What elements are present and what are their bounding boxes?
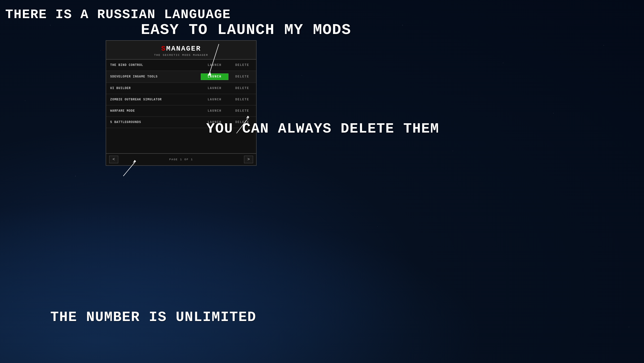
panel-subtitle: THE SECRETIC MODS MANAGER xyxy=(106,54,256,57)
mod-list: THE BIND CONTROL LAUNCH DELETE SDEVELOPE… xyxy=(106,60,256,128)
delete-button-3[interactable]: DELETE xyxy=(228,85,256,91)
mod-delete-cell-1: DELETE xyxy=(228,60,256,71)
mod-name-4: ZOMBIE OUTBREAK SIMULATOR xyxy=(106,94,201,105)
launch-button-5[interactable]: LAUNCH xyxy=(201,108,228,114)
annotation-russian: THERE IS A RUSSIAN LANGUAGE xyxy=(5,7,231,22)
mod-delete-cell-3: DELETE xyxy=(228,83,256,94)
launch-button-1[interactable]: LAUNCH xyxy=(201,62,228,68)
prev-page-button[interactable]: < xyxy=(109,156,118,163)
background xyxy=(0,0,644,363)
panel-title: SMANAGER xyxy=(106,45,256,53)
mod-launch-cell-3: LAUNCH xyxy=(201,83,228,94)
title-s-letter: S xyxy=(161,45,166,53)
panel-header: SMANAGER THE SECRETIC MODS MANAGER xyxy=(106,41,256,60)
mod-row-5: WARFARE MODE LAUNCH DELETE xyxy=(106,105,256,117)
mod-row-4: ZOMBIE OUTBREAK SIMULATOR LAUNCH DELETE xyxy=(106,94,256,105)
title-main: MANAGER xyxy=(166,45,201,53)
launch-button-2[interactable]: LAUNCH xyxy=(201,73,228,80)
mod-delete-cell-4: DELETE xyxy=(228,94,256,105)
panel-container: SMANAGER THE SECRETIC MODS MANAGER THE B… xyxy=(106,40,257,166)
delete-button-4[interactable]: DELETE xyxy=(228,97,256,103)
mod-name-2: SDEVELOPER INGAME TOOLS xyxy=(106,71,201,82)
mod-name-3: UI BUILDER xyxy=(106,83,201,94)
mod-launch-cell-2: LAUNCH xyxy=(201,71,228,83)
annotation-number-unlimited: THE NUMBER IS UNLIMITED xyxy=(50,309,256,325)
mod-row-3: UI BUILDER LAUNCH DELETE xyxy=(106,83,256,94)
mod-name-5: WARFARE MODE xyxy=(106,106,201,116)
smanager-panel: SMANAGER THE SECRETIC MODS MANAGER THE B… xyxy=(106,40,257,166)
mod-launch-cell-5: LAUNCH xyxy=(201,105,228,116)
delete-button-5[interactable]: DELETE xyxy=(228,108,256,114)
mod-row-2: SDEVELOPER INGAME TOOLS LAUNCH DELETE xyxy=(106,71,256,83)
mod-delete-cell-2: DELETE xyxy=(228,71,256,82)
panel-footer: < PAGE 1 OF 1 > xyxy=(106,153,256,165)
mod-delete-cell-5: DELETE xyxy=(228,105,256,116)
next-page-button[interactable]: > xyxy=(244,156,253,163)
launch-button-3[interactable]: LAUNCH xyxy=(201,85,228,91)
delete-button-2[interactable]: DELETE xyxy=(228,74,256,80)
annotation-easy-launch: EASY TO LAUNCH MY MODS xyxy=(141,21,351,38)
mod-name-1: THE BIND CONTROL xyxy=(106,60,201,70)
annotation-delete-them: YOU CAN ALWAYS DELETE THEM xyxy=(206,121,439,137)
page-info: PAGE 1 OF 1 xyxy=(169,158,193,161)
mod-launch-cell-4: LAUNCH xyxy=(201,94,228,105)
launch-button-4[interactable]: LAUNCH xyxy=(201,97,228,103)
mod-row-1: THE BIND CONTROL LAUNCH DELETE xyxy=(106,60,256,71)
mod-launch-cell-1: LAUNCH xyxy=(201,60,228,71)
delete-button-1[interactable]: DELETE xyxy=(228,62,256,68)
mod-name-6: 5 BATTLEGROUNDS xyxy=(106,117,201,128)
